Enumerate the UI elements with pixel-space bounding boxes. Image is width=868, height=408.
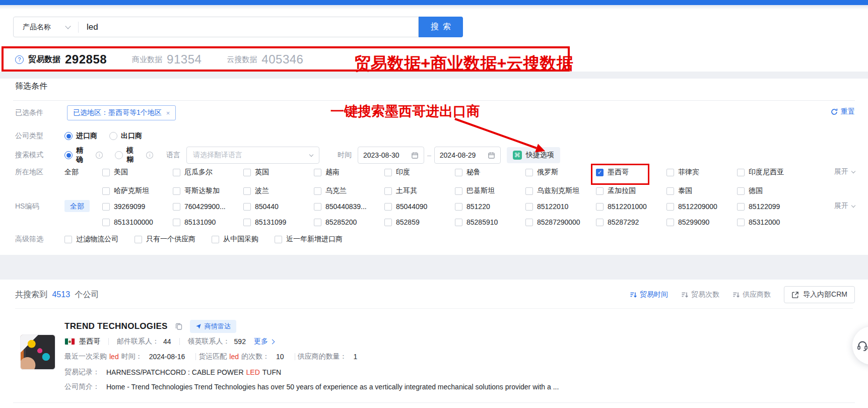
- checkbox[interactable]: [666, 219, 674, 226]
- checkbox[interactable]: [173, 169, 180, 176]
- info-circle-icon[interactable]: i: [146, 152, 153, 159]
- hscode-checkbox[interactable]: 39269099: [102, 202, 173, 211]
- region-checkbox[interactable]: 乌兹别克斯坦: [525, 186, 596, 195]
- checkbox[interactable]: [737, 219, 745, 226]
- hscode-checkbox[interactable]: 85287290000: [525, 218, 596, 226]
- region-checkbox[interactable]: 印度: [384, 168, 455, 177]
- company-name[interactable]: TREND TECHNOLOGIES: [64, 321, 168, 331]
- checkbox-checked[interactable]: ✓: [596, 169, 604, 176]
- import-crm-button[interactable]: 导入内部CRM: [784, 286, 855, 303]
- checkbox[interactable]: [596, 187, 604, 195]
- tab-trade-data[interactable]: ? 贸易数据 292858: [15, 52, 107, 66]
- hscode-checkbox[interactable]: 85131090: [173, 218, 243, 226]
- region-checkbox[interactable]: 厄瓜多尔: [173, 168, 243, 177]
- checkbox[interactable]: [596, 203, 604, 211]
- copy-button[interactable]: [175, 322, 183, 330]
- reset-button[interactable]: 重置: [831, 107, 855, 116]
- checkbox[interactable]: [666, 203, 674, 211]
- checkbox[interactable]: [102, 187, 110, 195]
- checkbox[interactable]: [212, 236, 219, 243]
- checkbox[interactable]: [384, 187, 392, 195]
- tag-close-icon[interactable]: ×: [166, 109, 170, 117]
- checkbox[interactable]: [525, 203, 533, 211]
- checkbox[interactable]: [384, 203, 392, 211]
- radio-exact[interactable]: 精确 i: [64, 146, 103, 164]
- hscode-checkbox[interactable]: 85122010: [525, 202, 596, 211]
- hscode-checkbox[interactable]: 85287292: [596, 218, 666, 226]
- tab-cloud-search-data[interactable]: 云搜数据 405346: [227, 52, 303, 66]
- start-date-picker[interactable]: 2023-08-30: [358, 147, 424, 164]
- advanced-checkbox[interactable]: 过滤物流公司: [64, 235, 118, 244]
- checkbox[interactable]: [737, 187, 745, 195]
- checkbox[interactable]: [64, 236, 72, 243]
- checkbox[interactable]: [173, 203, 180, 211]
- radio-button-checked[interactable]: [64, 151, 73, 159]
- hscode-checkbox[interactable]: 851220: [455, 202, 525, 211]
- hscode-checkbox[interactable]: 85299090: [666, 218, 737, 226]
- checkbox[interactable]: [666, 169, 674, 176]
- checkbox[interactable]: [384, 169, 392, 176]
- checkbox[interactable]: [666, 187, 674, 195]
- region-checkbox[interactable]: 土耳其: [384, 186, 455, 195]
- search-category-dropdown[interactable]: 产品名称: [14, 23, 78, 32]
- checkbox[interactable]: [173, 219, 180, 226]
- info-circle-icon[interactable]: i: [96, 152, 103, 159]
- hscode-checkbox[interactable]: 760429900...: [173, 202, 243, 211]
- question-circle-icon[interactable]: ?: [15, 55, 24, 64]
- region-checkbox[interactable]: 俄罗斯: [525, 168, 596, 177]
- region-checkbox[interactable]: 印度尼西亚: [737, 168, 808, 177]
- checkbox[interactable]: [314, 169, 321, 176]
- region-checkbox[interactable]: 美国: [102, 168, 173, 177]
- checkbox[interactable]: [455, 203, 462, 211]
- region-checkbox[interactable]: ✓墨西哥: [596, 168, 666, 177]
- sort-button[interactable]: 供应商数: [732, 290, 771, 299]
- checkbox[interactable]: [173, 187, 180, 195]
- region-checkbox[interactable]: 孟加拉国: [596, 186, 666, 195]
- checkbox[interactable]: [525, 169, 533, 176]
- region-checkbox[interactable]: 泰国: [666, 186, 737, 195]
- advanced-checkbox[interactable]: 近一年新增进口商: [275, 235, 343, 244]
- sort-button[interactable]: 贸易时间: [630, 290, 668, 299]
- hscode-checkbox[interactable]: 852859: [384, 218, 455, 226]
- hscode-checkbox[interactable]: 8512209000: [666, 202, 737, 211]
- checkbox[interactable]: [102, 169, 110, 176]
- hscode-all-button[interactable]: 全部: [64, 200, 90, 212]
- checkbox[interactable]: [737, 169, 745, 176]
- region-checkbox[interactable]: 英国: [243, 168, 314, 177]
- region-checkbox[interactable]: 菲律宾: [666, 168, 737, 177]
- radio-button[interactable]: [109, 132, 117, 140]
- radio-exporter[interactable]: 出口商: [109, 131, 142, 141]
- checkbox[interactable]: [737, 203, 745, 211]
- checkbox[interactable]: [102, 219, 110, 226]
- language-select[interactable]: 请选择翻译语言: [186, 147, 319, 164]
- checkbox[interactable]: [596, 219, 604, 226]
- radio-button[interactable]: [115, 151, 123, 159]
- region-checkbox[interactable]: 巴基斯坦: [455, 186, 525, 195]
- hscode-checkbox[interactable]: 850440839...: [314, 202, 384, 211]
- checkbox[interactable]: [455, 169, 462, 176]
- region-checkbox[interactable]: 秘鲁: [455, 168, 525, 177]
- quick-options-button[interactable]: ⌘ 快捷选项: [507, 147, 560, 163]
- hscode-checkbox[interactable]: 85122099: [737, 202, 808, 211]
- end-date-picker[interactable]: 2024-08-29: [434, 147, 501, 164]
- checkbox[interactable]: [135, 236, 142, 243]
- advanced-checkbox[interactable]: 从中国采购: [212, 235, 258, 244]
- checkbox[interactable]: [243, 219, 251, 226]
- region-checkbox[interactable]: 德国: [737, 186, 808, 195]
- region-checkbox[interactable]: 越南: [314, 168, 384, 177]
- region-checkbox[interactable]: 哈萨克斯坦: [102, 186, 173, 195]
- radio-importer[interactable]: 进口商: [64, 131, 97, 141]
- hscode-checkbox[interactable]: 85312000: [737, 218, 808, 226]
- more-link[interactable]: 更多: [254, 337, 274, 346]
- checkbox[interactable]: [455, 219, 462, 226]
- search-button[interactable]: 搜索: [419, 17, 463, 37]
- hscode-checkbox[interactable]: 850440: [243, 202, 314, 211]
- advanced-checkbox[interactable]: 只有一个供应商: [135, 235, 195, 244]
- radar-badge[interactable]: 商情雷达: [190, 320, 236, 333]
- checkbox[interactable]: [243, 203, 251, 211]
- search-input[interactable]: [79, 22, 418, 32]
- selected-region-tag[interactable]: 已选地区：墨西哥等1个地区 ×: [67, 105, 176, 120]
- region-checkbox[interactable]: 乌克兰: [314, 186, 384, 195]
- region-expand-button[interactable]: 展开: [834, 167, 855, 176]
- radio-button-checked[interactable]: [64, 132, 73, 140]
